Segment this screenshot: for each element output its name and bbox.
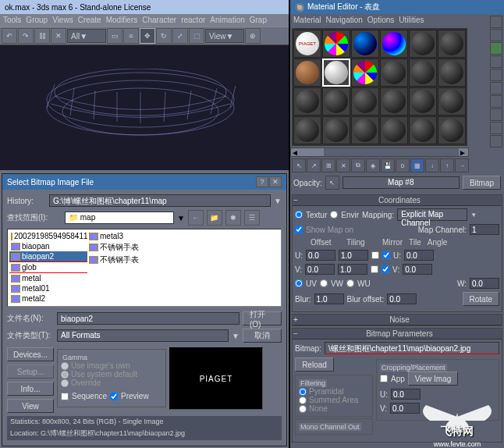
pick-button[interactable]: ↖ [325,176,339,190]
sequence-checkbox[interactable] [61,393,69,400]
filter-dropdown[interactable]: All ▼ [67,29,106,43]
material-slot[interactable] [380,30,408,58]
filename-input[interactable] [57,312,240,325]
material-slot[interactable] [351,116,379,144]
material-slot[interactable] [351,87,379,116]
mateditor-menubar[interactable]: Material Navigation Options Utilities [290,14,504,27]
make-preview-button[interactable] [490,95,502,108]
menu-tools[interactable]: Tools [3,16,21,25]
menu-utilities[interactable]: Utilities [399,16,424,25]
go-sibling-button[interactable]: → [455,158,469,172]
gamma-sys-radio[interactable]: Use system default [61,370,162,379]
gamma-over-radio[interactable]: Override [61,379,162,387]
material-slot[interactable] [380,59,408,87]
mat-effects-button[interactable] [490,135,502,148]
coord-dropdown[interactable]: View ▼ [205,29,244,43]
open-button[interactable]: 打开(O) [243,311,282,325]
wu-radio[interactable] [346,279,354,287]
file-item[interactable]: metal2 [9,293,87,304]
effects-channel-button[interactable]: 0 [396,158,410,172]
select-by-mat-button[interactable] [490,122,502,134]
show-end-button[interactable]: ↓ [425,158,439,172]
file-item[interactable]: 20029198594958411 [9,231,87,241]
material-slot[interactable]: PIAGET [293,30,321,58]
sample-type-button[interactable] [490,16,502,28]
material-slot[interactable] [322,116,350,144]
background-button[interactable] [490,42,502,55]
menu-modifiers[interactable]: Modifiers [106,16,138,25]
file-list[interactable]: 20029198594958411 biaopan biaopan2 glob … [7,229,282,307]
u-tile-checkbox[interactable] [382,251,390,259]
bluroffset-spinner[interactable]: 0.0 [387,293,417,304]
dropdown-arrow-icon[interactable]: ▼ [274,197,282,205]
new-folder-button[interactable]: ✱ [225,210,241,226]
rotate-button[interactable]: Rotate [463,292,499,306]
vw-radio[interactable] [320,279,328,287]
file-item[interactable]: 不锈钢手表 [87,254,165,266]
texture-radio[interactable] [295,211,303,219]
u-offset-spinner[interactable]: 0.0 [306,250,335,261]
move-button[interactable]: ✥ [140,28,155,44]
material-slot[interactable] [438,30,466,58]
material-slot[interactable] [322,87,350,116]
link-button[interactable]: ⛓ [34,28,50,44]
crop-v-spinner[interactable]: 0.0 [390,403,420,414]
unlink-button[interactable]: ✕ [51,28,66,44]
up-button[interactable]: 📁 [207,210,222,226]
pyramidal-radio[interactable]: Pyramidal [299,387,369,396]
put-material-button[interactable]: ↗ [307,158,321,172]
apply-checkbox[interactable] [380,375,388,382]
dropdown-arrow-icon[interactable]: ▼ [470,212,477,219]
mapping-dropdown[interactable]: Explicit Map Channel [397,208,467,221]
v-tile-checkbox[interactable] [382,265,389,273]
material-slot[interactable] [380,87,408,116]
backlight-button[interactable] [490,29,502,41]
material-slot[interactable] [438,59,466,87]
sample-uv-button[interactable] [490,55,502,68]
material-slot[interactable] [409,30,437,58]
show-map-button[interactable]: ▦ [410,158,424,172]
back-button[interactable]: ← [188,210,204,226]
devices-button[interactable]: Devices... [7,347,54,361]
material-slot[interactable] [438,116,466,144]
viewport[interactable] [0,45,289,170]
main-menubar[interactable]: Tools Group Views Create Modifiers Chara… [0,14,289,27]
assign-button[interactable]: ⊞ [321,158,335,172]
select-button[interactable]: ▭ [107,28,122,44]
v-angle-spinner[interactable]: 0.0 [403,264,432,275]
put-library-button[interactable]: 💾 [381,158,395,172]
reset-button[interactable]: ✕ [336,158,350,172]
uv-radio[interactable] [295,279,303,287]
view-button[interactable]: View [7,399,54,413]
bitmap-path-button[interactable]: \螺丝和图框\chapter11\map\biaopan2.jpg [325,342,499,354]
material-slot-selected[interactable] [322,59,350,87]
file-item[interactable]: 不锈钢手表 [87,241,165,254]
map-type-button[interactable]: Bitmap [463,176,501,190]
menu-options[interactable]: Options [367,16,394,25]
envir-radio[interactable] [330,211,338,219]
material-slot[interactable] [409,59,437,87]
menu-character[interactable]: Character [142,16,176,25]
material-slot[interactable] [351,30,379,58]
go-parent-button[interactable]: ↑ [440,158,454,172]
material-slot[interactable] [293,59,321,87]
u-mirror-checkbox[interactable] [371,251,379,259]
menu-navigation[interactable]: Navigation [326,16,363,25]
get-material-button[interactable]: ↖ [292,158,306,172]
filetype-dropdown[interactable]: All Formats [57,329,229,342]
dropdown-arrow-icon[interactable]: ▼ [232,332,240,340]
material-slot[interactable] [293,116,321,144]
material-slot[interactable] [351,59,379,87]
menu-group[interactable]: Group [26,16,48,25]
center-button[interactable]: ⊕ [245,28,261,44]
u-angle-spinner[interactable]: 0.0 [404,250,434,261]
menu-material[interactable]: Material [293,16,321,25]
none-radio[interactable]: None [299,404,369,413]
mat-hscrollbar[interactable]: ◄► [290,148,469,157]
map-name-field[interactable]: Map #8 [343,176,460,189]
material-slot[interactable] [322,30,350,58]
info-button[interactable]: Info... [7,382,54,396]
lookin-dropdown[interactable]: 📁 map [65,212,174,224]
blur-spinner[interactable]: 1.0 [314,293,344,304]
summed-radio[interactable]: Summed Area [299,396,369,404]
